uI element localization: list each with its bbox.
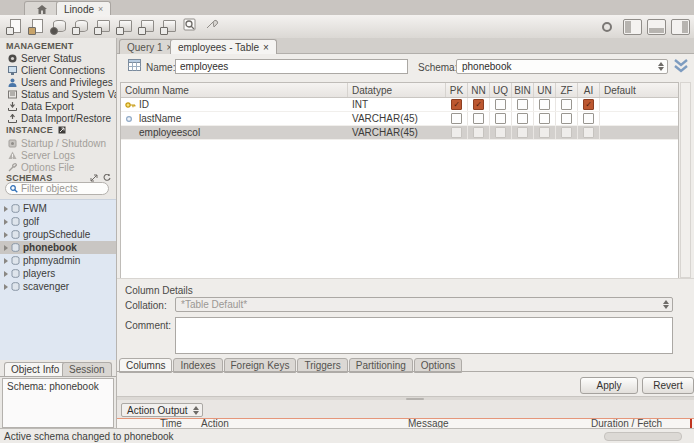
output-selector[interactable]: Action Output bbox=[121, 403, 203, 417]
expander-icon[interactable] bbox=[4, 271, 8, 277]
collation-select[interactable]: *Table Default* bbox=[175, 297, 673, 312]
table-row[interactable]: lastName VARCHAR(45) bbox=[121, 112, 678, 126]
new-procedure-icon[interactable] bbox=[116, 18, 134, 35]
tab-object-info[interactable]: Object Info bbox=[4, 362, 66, 376]
expander-icon[interactable] bbox=[4, 219, 8, 225]
spinner-icon[interactable] bbox=[658, 60, 664, 73]
checkbox-pk[interactable] bbox=[451, 127, 462, 138]
col-header-ai[interactable]: AI bbox=[578, 83, 600, 97]
checkbox-un[interactable] bbox=[539, 113, 550, 124]
table-row-selected[interactable]: employeescol VARCHAR(45) bbox=[121, 126, 678, 140]
tab-employees-table[interactable]: employees - Table × bbox=[170, 39, 277, 54]
schema-item-golf[interactable]: golf bbox=[0, 215, 116, 228]
checkbox-ai[interactable] bbox=[583, 113, 594, 124]
database-icon bbox=[11, 204, 20, 213]
col-header-uq[interactable]: UQ bbox=[490, 83, 512, 97]
new-view-icon[interactable] bbox=[94, 18, 112, 35]
new-sql-tab-icon[interactable] bbox=[6, 18, 24, 35]
schema-item-groupschedule[interactable]: groupSchedule bbox=[0, 228, 116, 241]
table-name-input[interactable]: employees bbox=[175, 59, 408, 74]
close-icon[interactable]: × bbox=[263, 42, 269, 53]
col-header-bin[interactable]: BIN bbox=[512, 83, 534, 97]
plugin-icon[interactable] bbox=[204, 18, 222, 35]
checkbox-pk[interactable] bbox=[451, 99, 462, 110]
sidebar-item-server-status[interactable]: Server Status bbox=[8, 52, 116, 64]
col-header-default[interactable]: Default bbox=[600, 83, 678, 97]
sidebar-item-data-export[interactable]: Data Export bbox=[8, 100, 116, 112]
expand-icon[interactable] bbox=[90, 174, 98, 182]
new-schema-icon[interactable] bbox=[50, 18, 68, 35]
col-header-nn[interactable]: NN bbox=[468, 83, 490, 97]
checkbox-nn[interactable] bbox=[473, 99, 484, 110]
revert-button[interactable]: Revert bbox=[642, 377, 694, 394]
sidebar-item-options-file[interactable]: Options File bbox=[8, 161, 116, 173]
connection-tab-linode[interactable]: Linode × bbox=[56, 1, 111, 16]
apply-button[interactable]: Apply bbox=[580, 377, 638, 394]
checkbox-zf[interactable] bbox=[561, 127, 572, 138]
col-header-datatype[interactable]: Datatype bbox=[348, 83, 446, 97]
checkbox-bin[interactable] bbox=[517, 127, 528, 138]
search-objects-icon[interactable] bbox=[182, 18, 200, 35]
checkbox-zf[interactable] bbox=[561, 113, 572, 124]
checkbox-pk[interactable] bbox=[451, 113, 462, 124]
sidebar-item-data-import[interactable]: Data Import/Restore bbox=[8, 112, 116, 124]
expander-icon[interactable] bbox=[4, 284, 8, 290]
columns-grid-header: Column Name Datatype PK NN UQ BIN UN ZF … bbox=[121, 83, 678, 98]
schema-item-phpmyadmin[interactable]: phpmyadmin bbox=[0, 254, 116, 267]
sidebar-item-server-logs[interactable]: Server Logs bbox=[8, 149, 116, 161]
import-icon bbox=[8, 114, 17, 123]
col-header-zf[interactable]: ZF bbox=[556, 83, 578, 97]
close-icon[interactable]: × bbox=[98, 4, 103, 14]
info-tab-bar: Object Info Session bbox=[0, 362, 116, 377]
checkbox-ai[interactable] bbox=[583, 99, 594, 110]
schema-select[interactable]: phonebook bbox=[456, 59, 668, 74]
instance-header: INSTANCE bbox=[6, 125, 66, 135]
expander-icon[interactable] bbox=[4, 206, 8, 212]
spinner-icon[interactable] bbox=[193, 404, 199, 416]
expander-icon[interactable] bbox=[4, 232, 8, 238]
schema-item-fwm[interactable]: FWM bbox=[0, 202, 116, 215]
open-sql-script-icon[interactable] bbox=[28, 18, 46, 35]
toggle-bottom-panel-button[interactable] bbox=[647, 19, 666, 35]
checkbox-nn[interactable] bbox=[473, 127, 484, 138]
expander-icon[interactable] bbox=[4, 258, 8, 264]
home-tab[interactable] bbox=[24, 1, 60, 16]
new-table-icon[interactable] bbox=[72, 18, 90, 35]
tab-session[interactable]: Session bbox=[62, 362, 112, 376]
col-header-pk[interactable]: PK bbox=[446, 83, 468, 97]
toggle-left-panel-button[interactable] bbox=[623, 19, 642, 35]
col-header-un[interactable]: UN bbox=[534, 83, 556, 97]
editor-tab-bar: Query 1 × employees - Table × bbox=[117, 38, 694, 54]
new-function-icon[interactable] bbox=[138, 18, 156, 35]
grid-scrollbar[interactable] bbox=[680, 82, 691, 278]
checkbox-ai[interactable] bbox=[583, 127, 594, 138]
checkbox-un[interactable] bbox=[539, 99, 550, 110]
sidebar-item-client-connections[interactable]: Client Connections bbox=[8, 64, 116, 76]
comment-textarea[interactable] bbox=[175, 317, 673, 354]
refresh-icon[interactable] bbox=[103, 174, 111, 182]
sidebar-item-users-privileges[interactable]: Users and Privileges bbox=[8, 76, 116, 88]
checkbox-nn[interactable] bbox=[473, 113, 484, 124]
home-icon bbox=[37, 5, 47, 14]
checkbox-zf[interactable] bbox=[561, 99, 572, 110]
expand-header-chevrons-icon[interactable] bbox=[673, 59, 689, 73]
new-event-icon[interactable] bbox=[160, 18, 178, 35]
spinner-icon[interactable] bbox=[663, 298, 669, 311]
object-info-panel: Schema: phonebook bbox=[2, 378, 114, 428]
checkbox-bin[interactable] bbox=[517, 99, 528, 110]
table-row[interactable]: ID INT bbox=[121, 98, 678, 112]
checkbox-un[interactable] bbox=[539, 127, 550, 138]
sidebar-item-status-variables[interactable]: Status and System Variables bbox=[8, 88, 116, 100]
schema-item-scavenger[interactable]: scavenger bbox=[0, 280, 116, 293]
toggle-right-panel-button[interactable] bbox=[671, 19, 690, 35]
sidebar-item-startup-shutdown[interactable]: Startup / Shutdown bbox=[8, 137, 116, 149]
checkbox-uq[interactable] bbox=[495, 113, 506, 124]
checkbox-uq[interactable] bbox=[495, 127, 506, 138]
checkbox-bin[interactable] bbox=[517, 113, 528, 124]
schema-item-phonebook[interactable]: phonebook bbox=[0, 241, 116, 254]
schema-item-players[interactable]: players bbox=[0, 267, 116, 280]
checkbox-uq[interactable] bbox=[495, 99, 506, 110]
col-header-name[interactable]: Column Name bbox=[121, 83, 348, 97]
schema-filter-input[interactable]: Filter objects bbox=[5, 182, 109, 195]
expander-icon[interactable] bbox=[4, 245, 8, 251]
